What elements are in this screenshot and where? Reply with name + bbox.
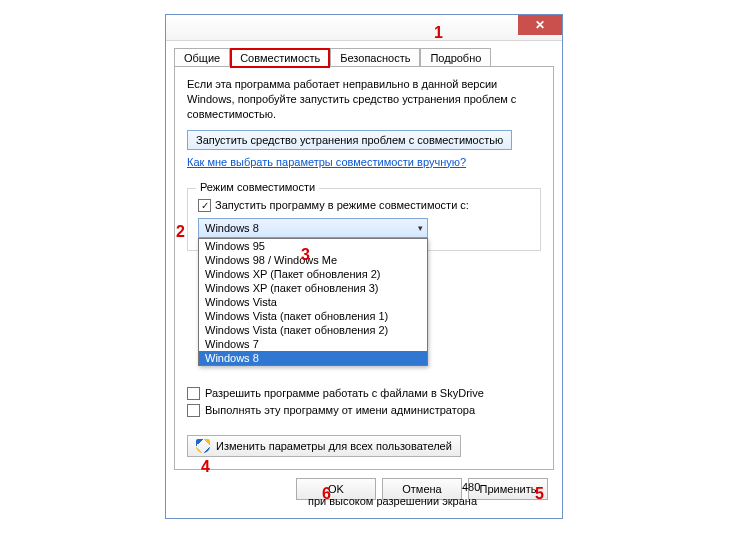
troubleshoot-button[interactable]: Запустить средство устранения проблем с … (187, 130, 512, 150)
help-link[interactable]: Как мне выбрать параметры совместимости … (187, 156, 466, 168)
compat-mode-selected: Windows 8 (205, 222, 259, 234)
option-winxp-sp3[interactable]: Windows XP (пакет обновления 3) (199, 281, 427, 295)
compat-mode-checkbox[interactable]: ✓ (198, 199, 211, 212)
compat-mode-label: Запустить программу в режиме совместимос… (215, 199, 469, 211)
compat-mode-group: Режим совместимости ✓ Запустить программ… (187, 188, 541, 251)
chevron-down-icon: ▾ (418, 223, 423, 233)
option-winxp-sp2[interactable]: Windows XP (Пакет обновления 2) (199, 267, 427, 281)
admin-label: Выполнять эту программу от имени админис… (205, 404, 475, 416)
tab-general[interactable]: Общие (174, 48, 230, 67)
admin-checkbox[interactable] (187, 404, 200, 417)
change-all-users-label: Изменить параметры для всех пользователе… (216, 440, 452, 452)
close-button[interactable]: ✕ (518, 15, 562, 35)
shield-icon (196, 439, 210, 453)
close-icon: ✕ (535, 18, 545, 32)
tab-compatibility[interactable]: Совместимость (230, 48, 330, 68)
compatibility-panel: Если эта программа работает неправильно … (174, 66, 554, 470)
change-all-users-button[interactable]: Изменить параметры для всех пользователе… (187, 435, 461, 457)
titlebar: ✕ (166, 15, 562, 41)
tab-details[interactable]: Подробно (420, 48, 491, 67)
fragment-hidpi: при высоком разрешении экрана (308, 494, 518, 509)
tab-security[interactable]: Безопасность (330, 48, 420, 67)
intro-text: Если эта программа работает неправильно … (187, 77, 541, 122)
option-vista-sp2[interactable]: Windows Vista (пакет обновления 2) (199, 323, 427, 337)
compat-mode-dropdown: Windows 95 Windows 98 / Windows Me Windo… (198, 238, 428, 366)
skydrive-checkbox[interactable] (187, 387, 200, 400)
tabstrip: Общие Совместимость Безопасность Подробн… (174, 48, 554, 67)
option-vista[interactable]: Windows Vista (199, 295, 427, 309)
option-win8[interactable]: Windows 8 (199, 351, 427, 365)
option-vista-sp1[interactable]: Windows Vista (пакет обновления 1) (199, 309, 427, 323)
option-win7[interactable]: Windows 7 (199, 337, 427, 351)
fragment-480: 480 (462, 481, 480, 493)
settings-area: 480 при высоком разрешении экрана Разреш… (187, 387, 541, 417)
option-win95[interactable]: Windows 95 (199, 239, 427, 253)
skydrive-label: Разрешить программе работать с файлами в… (205, 387, 484, 399)
compat-mode-legend: Режим совместимости (196, 181, 319, 193)
option-win98[interactable]: Windows 98 / Windows Me (199, 253, 427, 267)
properties-dialog: ✕ Общие Совместимость Безопасность Подро… (165, 14, 563, 519)
compat-mode-combobox[interactable]: Windows 8 ▾ (198, 218, 428, 238)
